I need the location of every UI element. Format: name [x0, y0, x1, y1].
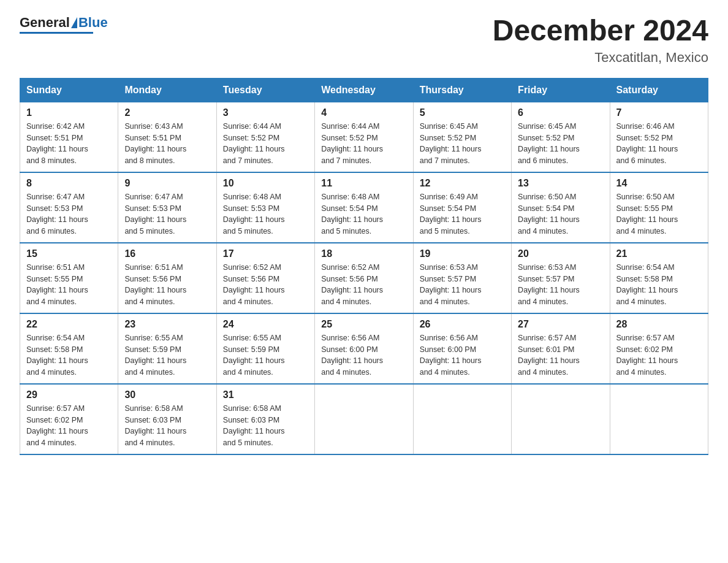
calendar-cell: 15 Sunrise: 6:51 AM Sunset: 5:55 PM Dayl… — [20, 243, 118, 313]
calendar-cell — [610, 384, 708, 454]
calendar-cell: 25 Sunrise: 6:56 AM Sunset: 6:00 PM Dayl… — [315, 313, 413, 384]
day-info: Sunrise: 6:56 AM Sunset: 6:00 PM Dayligh… — [420, 332, 505, 378]
calendar-title: December 2024 — [493, 15, 708, 47]
day-number: 30 — [124, 389, 210, 400]
calendar-cell: 7 Sunrise: 6:46 AM Sunset: 5:52 PM Dayli… — [610, 102, 708, 172]
day-number: 1 — [26, 107, 112, 118]
calendar-cell: 5 Sunrise: 6:45 AM Sunset: 5:52 PM Dayli… — [413, 102, 511, 172]
day-info: Sunrise: 6:50 AM Sunset: 5:54 PM Dayligh… — [518, 191, 603, 237]
day-info: Sunrise: 6:44 AM Sunset: 5:52 PM Dayligh… — [321, 121, 406, 167]
day-number: 28 — [616, 319, 702, 330]
day-info: Sunrise: 6:53 AM Sunset: 5:57 PM Dayligh… — [518, 262, 603, 308]
calendar-cell: 20 Sunrise: 6:53 AM Sunset: 5:57 PM Dayl… — [512, 243, 610, 313]
calendar-week-1: 1 Sunrise: 6:42 AM Sunset: 5:51 PM Dayli… — [20, 102, 708, 172]
day-info: Sunrise: 6:45 AM Sunset: 5:52 PM Dayligh… — [420, 121, 505, 167]
day-info: Sunrise: 6:46 AM Sunset: 5:52 PM Dayligh… — [616, 121, 702, 167]
day-number: 8 — [26, 178, 112, 189]
logo-underline — [20, 32, 93, 34]
day-number: 18 — [321, 248, 406, 259]
calendar-cell: 29 Sunrise: 6:57 AM Sunset: 6:02 PM Dayl… — [20, 384, 118, 454]
calendar-cell: 6 Sunrise: 6:45 AM Sunset: 5:52 PM Dayli… — [512, 102, 610, 172]
calendar-header: SundayMondayTuesdayWednesdayThursdayFrid… — [20, 78, 708, 102]
day-number: 15 — [26, 248, 112, 259]
calendar-cell: 4 Sunrise: 6:44 AM Sunset: 5:52 PM Dayli… — [315, 102, 413, 172]
calendar-cell: 27 Sunrise: 6:57 AM Sunset: 6:01 PM Dayl… — [512, 313, 610, 384]
day-number: 21 — [616, 248, 702, 259]
page-header: General Blue December 2024 Texcatitlan, … — [20, 15, 708, 66]
day-info: Sunrise: 6:57 AM Sunset: 6:02 PM Dayligh… — [616, 332, 702, 378]
day-info: Sunrise: 6:51 AM Sunset: 5:55 PM Dayligh… — [26, 262, 112, 308]
day-info: Sunrise: 6:55 AM Sunset: 5:59 PM Dayligh… — [223, 332, 308, 378]
day-info: Sunrise: 6:48 AM Sunset: 5:54 PM Dayligh… — [321, 191, 406, 237]
day-info: Sunrise: 6:54 AM Sunset: 5:58 PM Dayligh… — [616, 262, 702, 308]
day-number: 7 — [616, 107, 702, 118]
day-number: 12 — [420, 178, 505, 189]
day-number: 27 — [518, 319, 603, 330]
calendar-cell: 13 Sunrise: 6:50 AM Sunset: 5:54 PM Dayl… — [512, 172, 610, 243]
weekday-header-thursday: Thursday — [413, 78, 511, 102]
calendar-cell — [315, 384, 413, 454]
calendar-body: 1 Sunrise: 6:42 AM Sunset: 5:51 PM Dayli… — [20, 102, 708, 454]
day-info: Sunrise: 6:58 AM Sunset: 6:03 PM Dayligh… — [124, 403, 210, 449]
calendar-week-4: 22 Sunrise: 6:54 AM Sunset: 5:58 PM Dayl… — [20, 313, 708, 384]
day-info: Sunrise: 6:51 AM Sunset: 5:56 PM Dayligh… — [124, 262, 210, 308]
day-number: 25 — [321, 319, 406, 330]
day-number: 11 — [321, 178, 406, 189]
day-number: 3 — [223, 107, 308, 118]
calendar-cell: 10 Sunrise: 6:48 AM Sunset: 5:53 PM Dayl… — [216, 172, 314, 243]
calendar-cell: 28 Sunrise: 6:57 AM Sunset: 6:02 PM Dayl… — [610, 313, 708, 384]
day-info: Sunrise: 6:52 AM Sunset: 5:56 PM Dayligh… — [223, 262, 308, 308]
calendar-cell: 3 Sunrise: 6:44 AM Sunset: 5:52 PM Dayli… — [216, 102, 314, 172]
calendar-cell: 1 Sunrise: 6:42 AM Sunset: 5:51 PM Dayli… — [20, 102, 118, 172]
day-info: Sunrise: 6:42 AM Sunset: 5:51 PM Dayligh… — [26, 121, 112, 167]
calendar-cell: 21 Sunrise: 6:54 AM Sunset: 5:58 PM Dayl… — [610, 243, 708, 313]
day-number: 24 — [223, 319, 308, 330]
calendar-week-3: 15 Sunrise: 6:51 AM Sunset: 5:55 PM Dayl… — [20, 243, 708, 313]
day-number: 16 — [124, 248, 210, 259]
day-info: Sunrise: 6:52 AM Sunset: 5:56 PM Dayligh… — [321, 262, 406, 308]
day-number: 14 — [616, 178, 702, 189]
day-info: Sunrise: 6:49 AM Sunset: 5:54 PM Dayligh… — [420, 191, 505, 237]
day-info: Sunrise: 6:55 AM Sunset: 5:59 PM Dayligh… — [124, 332, 210, 378]
calendar-cell — [512, 384, 610, 454]
day-number: 5 — [420, 107, 505, 118]
weekday-header-saturday: Saturday — [610, 78, 708, 102]
calendar-cell: 2 Sunrise: 6:43 AM Sunset: 5:51 PM Dayli… — [118, 102, 216, 172]
calendar-cell: 31 Sunrise: 6:58 AM Sunset: 6:03 PM Dayl… — [216, 384, 314, 454]
day-number: 4 — [321, 107, 406, 118]
day-info: Sunrise: 6:45 AM Sunset: 5:52 PM Dayligh… — [518, 121, 603, 167]
day-number: 22 — [26, 319, 112, 330]
logo-blue-text: Blue — [78, 15, 108, 31]
day-number: 19 — [420, 248, 505, 259]
calendar-cell: 8 Sunrise: 6:47 AM Sunset: 5:53 PM Dayli… — [20, 172, 118, 243]
weekday-header-friday: Friday — [512, 78, 610, 102]
calendar-cell: 17 Sunrise: 6:52 AM Sunset: 5:56 PM Dayl… — [216, 243, 314, 313]
weekday-header-tuesday: Tuesday — [216, 78, 314, 102]
day-info: Sunrise: 6:58 AM Sunset: 6:03 PM Dayligh… — [223, 403, 308, 449]
calendar-cell: 24 Sunrise: 6:55 AM Sunset: 5:59 PM Dayl… — [216, 313, 314, 384]
calendar-cell: 16 Sunrise: 6:51 AM Sunset: 5:56 PM Dayl… — [118, 243, 216, 313]
calendar-cell: 19 Sunrise: 6:53 AM Sunset: 5:57 PM Dayl… — [413, 243, 511, 313]
day-number: 2 — [124, 107, 210, 118]
calendar-cell — [413, 384, 511, 454]
calendar-cell: 23 Sunrise: 6:55 AM Sunset: 5:59 PM Dayl… — [118, 313, 216, 384]
title-area: December 2024 Texcatitlan, Mexico — [493, 15, 708, 66]
day-info: Sunrise: 6:44 AM Sunset: 5:52 PM Dayligh… — [223, 121, 308, 167]
weekday-header-monday: Monday — [118, 78, 216, 102]
day-info: Sunrise: 6:47 AM Sunset: 5:53 PM Dayligh… — [26, 191, 112, 237]
day-number: 9 — [124, 178, 210, 189]
weekday-row: SundayMondayTuesdayWednesdayThursdayFrid… — [20, 78, 708, 102]
calendar-cell: 26 Sunrise: 6:56 AM Sunset: 6:00 PM Dayl… — [413, 313, 511, 384]
calendar-table: SundayMondayTuesdayWednesdayThursdayFrid… — [20, 78, 708, 455]
day-info: Sunrise: 6:47 AM Sunset: 5:53 PM Dayligh… — [124, 191, 210, 237]
day-number: 23 — [124, 319, 210, 330]
calendar-cell: 11 Sunrise: 6:48 AM Sunset: 5:54 PM Dayl… — [315, 172, 413, 243]
day-number: 13 — [518, 178, 603, 189]
calendar-week-2: 8 Sunrise: 6:47 AM Sunset: 5:53 PM Dayli… — [20, 172, 708, 243]
day-number: 20 — [518, 248, 603, 259]
day-info: Sunrise: 6:53 AM Sunset: 5:57 PM Dayligh… — [420, 262, 505, 308]
day-number: 17 — [223, 248, 308, 259]
calendar-cell: 22 Sunrise: 6:54 AM Sunset: 5:58 PM Dayl… — [20, 313, 118, 384]
logo-triangle-icon — [71, 17, 77, 28]
calendar-cell: 12 Sunrise: 6:49 AM Sunset: 5:54 PM Dayl… — [413, 172, 511, 243]
